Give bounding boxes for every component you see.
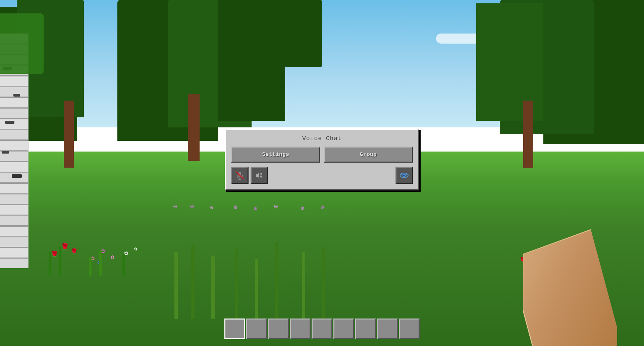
mic-muted-icon: [235, 171, 245, 180]
eye-icon: [399, 171, 409, 180]
modal-title: Voice Chat: [231, 135, 413, 142]
group-button[interactable]: Group: [324, 147, 413, 163]
voice-chat-modal: Voice Chat Settings Group: [225, 129, 419, 190]
settings-button[interactable]: Settings: [231, 147, 320, 163]
svg-rect-5: [256, 174, 258, 177]
mic-mute-button[interactable]: [231, 167, 249, 184]
speaker-icon: [255, 171, 264, 180]
modal-buttons-row: Settings Group: [231, 147, 413, 163]
modal-overlay: Voice Chat Settings Group: [0, 0, 644, 346]
visibility-button[interactable]: [395, 167, 413, 184]
svg-point-9: [405, 174, 406, 175]
speaker-button[interactable]: [251, 167, 268, 184]
modal-icons-row: [231, 167, 413, 184]
